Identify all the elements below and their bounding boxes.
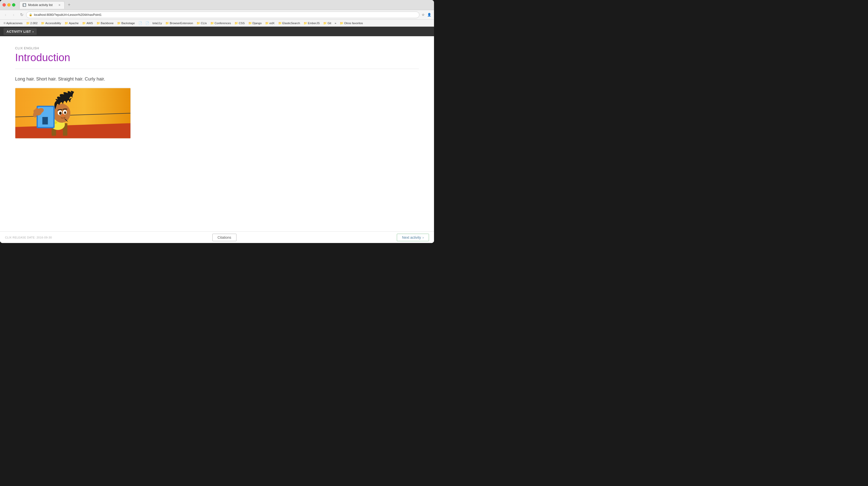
activity-list-button[interactable]: ACTIVITY LIST › (3, 28, 37, 35)
bookmark-git[interactable]: 📁 Git (322, 21, 333, 25)
svg-point-11 (64, 111, 66, 114)
folder-icon: 📁 (165, 21, 169, 25)
folder-icon: 📁 (340, 21, 343, 25)
bookmark-backstage[interactable]: 📁 Backstage (116, 21, 136, 25)
link-icon: 📄 (146, 21, 149, 25)
svg-point-12 (61, 114, 65, 116)
bookmark-label: ElasticSearch (282, 22, 300, 25)
bookmark-label: Backstage (121, 22, 135, 25)
page-content: ACTIVITY LIST › CLIX ENGLISH Introductio… (0, 27, 434, 243)
next-activity-chevron: › (423, 235, 424, 239)
reload-button[interactable]: ↻ (18, 11, 25, 18)
more-icon: » (335, 22, 336, 25)
bookmark-aplicaciones[interactable]: ⊞ Aplicaciones (2, 21, 24, 25)
activity-list-label: ACTIVITY LIST (6, 30, 31, 33)
bookmark-elasticsearch[interactable]: 📁 ElasticSearch (277, 21, 302, 25)
folder-icon: 📁 (117, 21, 121, 25)
bookmark-label: AWS (87, 22, 93, 25)
bookmark-label: CSS (239, 22, 245, 25)
folder-icon: 📁 (323, 21, 327, 25)
bookmark-label: BrowserExtension (169, 22, 193, 25)
bookmark-label: Aplicaciones (6, 22, 23, 25)
citations-button[interactable]: Citations (212, 234, 237, 241)
cartoon-image (15, 88, 130, 138)
bookmark-aws[interactable]: 📁 AWS (81, 21, 94, 25)
folder-icon: 📁 (26, 21, 30, 25)
new-tab-button[interactable]: + (66, 1, 73, 8)
next-activity-label: Next activity (402, 235, 421, 239)
bookmark-otros[interactable]: 📁 Otros favoritos (338, 21, 364, 25)
profile-icon[interactable]: 👤 (427, 12, 432, 18)
close-button[interactable] (2, 3, 6, 6)
title-bar: 📄 Module activity list ✕ + (0, 0, 434, 10)
back-button[interactable]: ‹ (2, 11, 9, 18)
svg-marker-20 (42, 117, 48, 124)
nav-bar: ‹ › ↻ 🔒 localhost:8080/?epubUrl=Lesson%2… (0, 10, 434, 20)
bookmark-apache[interactable]: 📁 Apache (63, 21, 80, 25)
intro-text: Long hair. Short hair. Straight hair. Cu… (15, 77, 419, 82)
bookmark-label: edX (269, 22, 274, 25)
tab-favicon: 📄 (23, 3, 26, 7)
address-text: localhost:8080/?epubUrl=Lesson%204#/navP… (34, 13, 417, 17)
tab-close-button[interactable]: ✕ (57, 3, 61, 7)
next-activity-button[interactable]: Next activity › (397, 234, 429, 241)
forward-button[interactable]: › (10, 11, 17, 18)
folder-icon: 📁 (235, 21, 238, 25)
browser-window: 📄 Module activity list ✕ + ‹ › ↻ 🔒 local… (0, 0, 434, 243)
bookmark-backbone[interactable]: 📁 Backbone (95, 21, 115, 25)
bookmark-edx[interactable]: 📁 edX (264, 21, 276, 25)
bookmark-label: 2.002 (30, 22, 38, 25)
bookmark-label: CLIx (201, 22, 207, 25)
bookmark-label: Accessibility (45, 22, 61, 25)
apps-icon: ⊞ (3, 22, 5, 24)
bookmark-label: Conferences (215, 22, 231, 25)
bookmark-link2[interactable]: 📄 (144, 21, 151, 25)
bookmark-accessibility[interactable]: 📁 Accessibility (39, 21, 63, 25)
cartoon-image-container (15, 88, 131, 139)
folder-icon: 📁 (96, 21, 100, 25)
bookmark-browserext[interactable]: 📁 BrowserExtension (164, 21, 194, 25)
maximize-button[interactable] (12, 3, 15, 6)
nav-icons: ☆ 👤 (421, 12, 432, 18)
folder-icon: 📁 (82, 21, 86, 25)
bookmark-label: tota11y (153, 22, 162, 25)
minimize-button[interactable] (7, 3, 10, 6)
active-tab[interactable]: 📄 Module activity list ✕ (19, 1, 65, 9)
main-content: CLIX ENGLISH Introduction Long hair. Sho… (0, 36, 434, 231)
folder-icon: 📁 (196, 21, 200, 25)
address-lock-icon: 🔒 (29, 13, 32, 16)
activity-bar: ACTIVITY LIST › (0, 27, 434, 36)
bookmark-label: Backbone (101, 22, 114, 25)
bookmark-emberjs[interactable]: 📁 EmberJS (302, 21, 321, 25)
folder-icon: 📁 (210, 21, 214, 25)
address-bar[interactable]: 🔒 localhost:8080/?epubUrl=Lesson%204#/na… (26, 11, 420, 18)
cartoon-svg (15, 88, 130, 138)
bookmark-link1[interactable]: 📄 (137, 21, 144, 25)
bookmark-more[interactable]: » (333, 21, 338, 25)
footer-bar: CLIX RELEASE DATE: 2016-09-30 Citations … (0, 231, 434, 243)
bookmark-label: Otros favoritos (344, 22, 363, 25)
footer-center: Citations (212, 234, 237, 241)
bookmark-tota11y[interactable]: tota11y (151, 21, 164, 25)
bookmark-label: EmberJS (308, 22, 320, 25)
bookmark-clix[interactable]: 📁 CLIx (195, 21, 208, 25)
folder-icon: 📁 (65, 21, 68, 25)
folder-icon: 📁 (41, 21, 44, 25)
activity-list-chevron: › (32, 30, 34, 33)
bookmark-icon[interactable]: ☆ (421, 12, 426, 18)
bookmark-2002[interactable]: 📁 2.002 (25, 21, 39, 25)
tab-bar: 📄 Module activity list ✕ + (19, 1, 432, 9)
release-date: CLIX RELEASE DATE: 2016-09-30 (5, 236, 52, 239)
bookmark-label: Git (328, 22, 331, 25)
bookmark-label: Apache (69, 22, 79, 25)
section-label: CLIX ENGLISH (15, 46, 419, 50)
bookmark-label: Django (253, 22, 261, 25)
folder-icon: 📁 (248, 21, 252, 25)
tab-title: Module activity list (28, 3, 55, 7)
bookmark-css[interactable]: 📁 CSS (233, 21, 246, 25)
bookmark-django[interactable]: 📁 Django (247, 21, 263, 25)
folder-icon: 📁 (278, 21, 282, 25)
folder-icon: 📁 (265, 21, 269, 25)
folder-icon: 📁 (304, 21, 307, 25)
bookmark-conferences[interactable]: 📁 Conferences (209, 21, 232, 25)
